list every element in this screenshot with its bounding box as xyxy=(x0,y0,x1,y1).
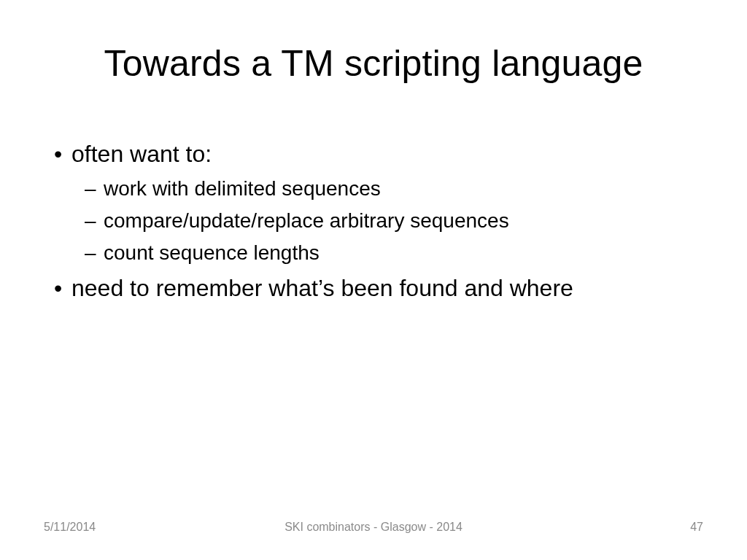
dash-icon: – xyxy=(85,174,96,204)
bullet-text: often want to: xyxy=(71,137,689,171)
sub-bullet-text: count sequence lengths xyxy=(104,241,320,264)
bullet-list-level2: – work with delimited sequences – compar… xyxy=(104,174,689,268)
sub-bullet-text: compare/update/replace arbitrary sequenc… xyxy=(104,209,509,232)
bullet-item: • often want to: – work with delimited s… xyxy=(71,137,689,268)
slide: Towards a TM scripting language • often … xyxy=(0,0,747,560)
disc-icon: • xyxy=(54,271,62,305)
footer-page-number: 47 xyxy=(690,521,703,534)
slide-body: • often want to: – work with delimited s… xyxy=(71,137,689,308)
disc-icon: • xyxy=(54,137,62,171)
dash-icon: – xyxy=(85,238,96,268)
dash-icon: – xyxy=(85,206,96,236)
footer-center: SKI combinators - Glasgow - 2014 xyxy=(0,521,747,534)
slide-title: Towards a TM scripting language xyxy=(0,42,747,85)
slide-footer: 5/11/2014 SKI combinators - Glasgow - 20… xyxy=(0,521,747,538)
bullet-text: need to remember what’s been found and w… xyxy=(71,271,689,305)
bullet-list-level1: • often want to: – work with delimited s… xyxy=(71,137,689,305)
sub-bullet-text: work with delimited sequences xyxy=(104,177,381,200)
sub-bullet-item: – count sequence lengths xyxy=(104,238,689,268)
bullet-item: • need to remember what’s been found and… xyxy=(71,271,689,305)
sub-bullet-item: – work with delimited sequences xyxy=(104,174,689,204)
sub-bullet-item: – compare/update/replace arbitrary seque… xyxy=(104,206,689,236)
